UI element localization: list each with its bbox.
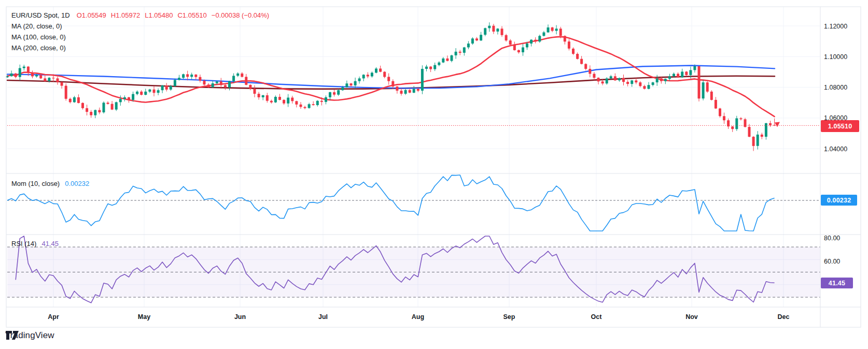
ma20-label: MA (20, close, 0): [11, 22, 62, 30]
tradingview-logo[interactable]: TradingView: [5, 330, 54, 341]
tradingview-chart-widget: 1.120001.100001.080001.060001.0400080.00…: [0, 0, 868, 349]
last-price-badge: 1.05510: [821, 120, 859, 132]
price-axis[interactable]: [820, 7, 861, 307]
momentum-value: 0.00232: [65, 180, 89, 187]
momentum-value-badge: 0.00232: [821, 195, 857, 206]
time-axis[interactable]: [6, 307, 861, 327]
ohlc-close: C1.05510: [177, 11, 206, 19]
symbol-legend-row[interactable]: EUR/USD Spot, 1DO1.05549H1.05972L1.05480…: [11, 10, 269, 21]
rsi-legend[interactable]: RSI (14)41.45: [11, 238, 59, 249]
tradingview-logo-icon: [5, 330, 19, 340]
ma100-label: MA (100, close, 0): [11, 33, 66, 41]
ohlc-low: L1.05480: [145, 11, 173, 19]
rsi-label: RSI (14): [11, 240, 36, 248]
ma200-legend-row[interactable]: MA (200, close, 0): [11, 42, 269, 53]
momentum-label: Mom (10, close): [11, 180, 60, 187]
ma200-label: MA (200, close, 0): [11, 44, 66, 52]
ma100-legend-row[interactable]: MA (100, close, 0): [11, 32, 269, 42]
main-legend[interactable]: EUR/USD Spot, 1DO1.05549H1.05972L1.05480…: [11, 10, 269, 53]
ma20-legend-row[interactable]: MA (20, close, 0): [11, 21, 269, 32]
symbol-title[interactable]: EUR/USD Spot, 1D: [11, 11, 70, 19]
momentum-legend[interactable]: Mom (10, close)0.00232: [11, 178, 89, 189]
rsi-value-badge: 41.45: [821, 278, 853, 288]
ohlc-change: −0.00038 (−0.04%): [212, 11, 269, 19]
rsi-pane[interactable]: [6, 235, 820, 307]
momentum-pane[interactable]: [6, 173, 820, 235]
rsi-value: 41.45: [41, 240, 59, 248]
ohlc-open: O1.05549: [77, 11, 106, 19]
ohlc-high: H1.05972: [111, 11, 140, 19]
